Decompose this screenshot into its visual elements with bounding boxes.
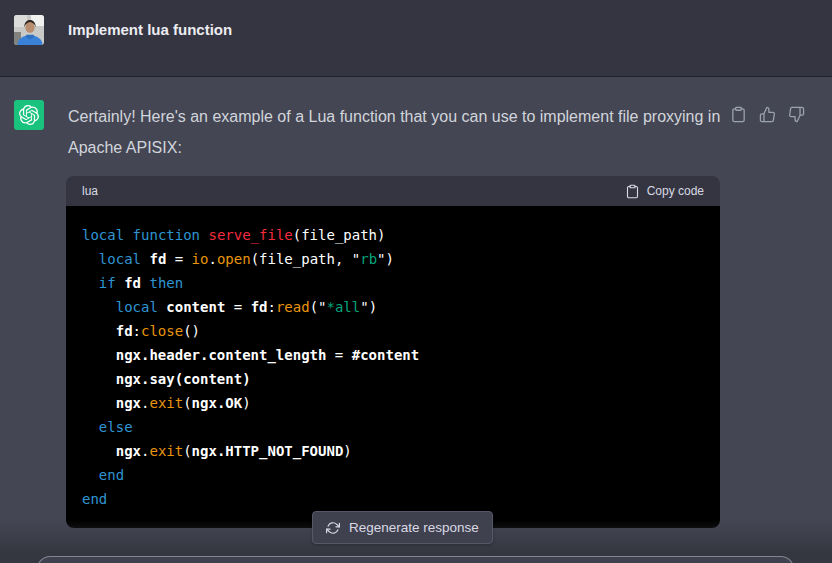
copy-code-button[interactable]: Copy code	[625, 184, 704, 199]
code-line: ngx.exit(ngx.HTTP_NOT_FOUND)	[82, 439, 704, 463]
thumbs-down-icon	[788, 106, 805, 123]
code-line: ngx.header.content_length = #content	[82, 343, 704, 367]
code-line: fd:close()	[82, 319, 704, 343]
code-line: end	[82, 463, 704, 487]
clipboard-icon	[625, 184, 640, 199]
code-block: lua Copy code local function serve_file(…	[66, 176, 720, 528]
regenerate-button[interactable]: Regenerate response	[312, 511, 493, 544]
assistant-message-row: Certainly! Here's an example of a Lua fu…	[0, 77, 832, 563]
assistant-avatar	[14, 100, 44, 130]
chatgpt-conversation: { "colors": { "user_bg": "#343541", "ass…	[0, 0, 832, 563]
thumbs-down-button[interactable]	[788, 106, 805, 123]
message-actions	[730, 106, 805, 123]
code-line: local fd = io.open(file_path, "rb")	[82, 247, 704, 271]
code-header: lua Copy code	[66, 176, 720, 206]
code-line: else	[82, 415, 704, 439]
assistant-message-text: Certainly! Here's an example of a Lua fu…	[68, 101, 720, 163]
code-line: ngx.exit(ngx.OK)	[82, 391, 704, 415]
user-message-text: Implement lua function	[68, 20, 232, 40]
code-line: ngx.say(content)	[82, 367, 704, 391]
code-line: local function serve_file(file_path)	[82, 223, 704, 247]
thumbs-up-button[interactable]	[759, 106, 776, 123]
copy-code-label: Copy code	[647, 184, 704, 198]
code-line: if fd then	[82, 271, 704, 295]
user-photo	[14, 15, 44, 45]
thumbs-up-icon	[759, 106, 776, 123]
clipboard-icon	[730, 106, 747, 123]
code-content: local function serve_file(file_path) loc…	[66, 206, 720, 528]
regenerate-label: Regenerate response	[349, 520, 479, 535]
paragraph-line: Apache APISIX:	[68, 132, 720, 163]
openai-logo-icon	[19, 105, 39, 125]
paragraph-line: Certainly! Here's an example of a Lua fu…	[68, 101, 720, 132]
code-line: local content = fd:read("*all")	[82, 295, 704, 319]
chat-input[interactable]	[37, 556, 794, 563]
copy-message-button[interactable]	[730, 106, 747, 123]
code-language-label: lua	[82, 184, 98, 198]
code-line: end	[82, 487, 704, 511]
user-message-row: Implement lua function	[0, 0, 832, 77]
regenerate-icon	[326, 521, 340, 535]
user-avatar	[14, 15, 44, 45]
